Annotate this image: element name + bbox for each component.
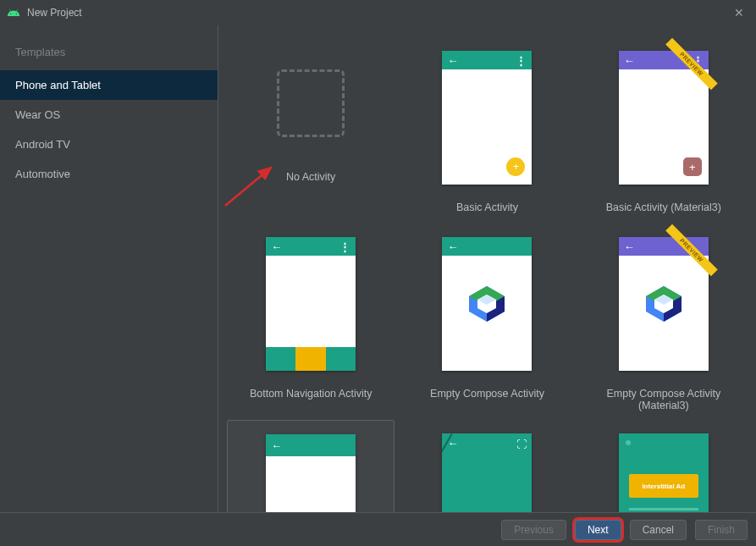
window-title: New Project xyxy=(27,7,82,19)
ad-text: Interstitial Ad xyxy=(642,483,685,490)
overflow-menu-icon: ⋮ xyxy=(516,54,527,67)
template-card-no-activity[interactable]: No Activity xyxy=(227,37,395,223)
template-thumb: Interstitial Ad xyxy=(619,433,709,512)
compose-logo-icon xyxy=(466,283,508,325)
bottom-nav-preview xyxy=(266,347,356,371)
sidebar-item-label: Automotive xyxy=(15,168,70,180)
back-arrow-icon: ← xyxy=(447,240,458,253)
sidebar-item-android-tv[interactable]: Android TV xyxy=(0,130,218,159)
thumb-appbar: ← xyxy=(266,434,356,456)
template-thumb: ← PREVIEW xyxy=(619,237,709,371)
template-label: Bottom Navigation Activity xyxy=(250,388,372,401)
back-arrow-icon: ← xyxy=(271,439,282,452)
fab-icon: + xyxy=(506,157,525,176)
next-button[interactable]: Next xyxy=(575,520,621,540)
sidebar-item-phone-tablet[interactable]: Phone and Tablet xyxy=(0,70,218,100)
template-thumb: ← ⛶ xyxy=(442,433,532,512)
status-dot-icon xyxy=(626,440,631,445)
sidebar-heading: Templates xyxy=(0,41,218,70)
template-thumb: ← ⋮ + xyxy=(442,51,532,185)
template-card-fullscreen[interactable]: ← ⛶ xyxy=(403,420,571,512)
template-grid-container: No Activity ← ⋮ + Basic Activity ← ⋮ xyxy=(218,25,756,512)
template-label: Basic Activity xyxy=(456,201,518,215)
titlebar: New Project ✕ xyxy=(0,0,756,25)
thumb-appbar: ← ⋮ xyxy=(266,237,356,256)
template-label: No Activity xyxy=(286,171,335,185)
template-thumb: ← xyxy=(442,237,532,371)
sidebar-item-label: Wear OS xyxy=(15,108,60,121)
sidebar-item-wear-os[interactable]: Wear OS xyxy=(0,100,218,130)
template-grid: No Activity ← ⋮ + Basic Activity ← ⋮ xyxy=(218,37,756,512)
thumb-appbar: ← ⋮ xyxy=(442,51,532,69)
template-thumb: ← xyxy=(266,434,356,512)
template-card-empty-compose-m3[interactable]: ← PREVIEW Empty Compose Activity (Materi… xyxy=(580,223,748,420)
fab-icon: + xyxy=(683,157,702,176)
close-icon[interactable]: ✕ xyxy=(729,3,749,23)
sidebar-item-automotive[interactable]: Automotive xyxy=(0,159,218,189)
back-arrow-icon: ← xyxy=(271,240,282,253)
cancel-button[interactable]: Cancel xyxy=(630,520,687,540)
thumb-appbar: ← xyxy=(442,237,532,256)
footer: Previous Next Cancel Finish xyxy=(0,512,756,546)
ad-bg xyxy=(619,433,709,512)
sidebar: Templates Phone and Tablet Wear OS Andro… xyxy=(0,25,218,512)
template-card-bottom-nav[interactable]: ← ⋮ Bottom Navigation Activity xyxy=(227,223,395,420)
template-thumb: ← ⋮ xyxy=(266,237,356,371)
template-card-basic-activity[interactable]: ← ⋮ + Basic Activity xyxy=(403,37,571,223)
template-label: Empty Compose Activity (Material3) xyxy=(583,388,744,411)
previous-button[interactable]: Previous xyxy=(501,520,566,540)
back-arrow-icon: ← xyxy=(624,240,635,253)
template-label: Basic Activity (Material3) xyxy=(606,201,721,215)
compose-logo-icon xyxy=(643,283,685,325)
template-card-basic-activity-m3[interactable]: ← ⋮ PREVIEW + Basic Activity (Material3) xyxy=(580,37,748,223)
back-arrow-icon: ← xyxy=(447,54,458,67)
template-thumb xyxy=(266,37,356,171)
back-arrow-icon: ← xyxy=(624,54,635,67)
template-card-empty-compose[interactable]: ← Empty Compose Activity xyxy=(403,223,571,420)
sidebar-item-label: Phone and Tablet xyxy=(15,79,101,91)
template-card-empty-activity[interactable]: ← xyxy=(227,420,395,512)
main-area: Templates Phone and Tablet Wear OS Andro… xyxy=(0,25,756,512)
dashed-placeholder-icon xyxy=(277,69,345,137)
template-thumb: ← ⋮ PREVIEW + xyxy=(619,51,709,185)
android-logo-icon xyxy=(7,6,20,19)
template-card-ads[interactable]: Interstitial Ad xyxy=(580,420,748,512)
sidebar-item-label: Android TV xyxy=(15,138,70,151)
ad-banner: Interstitial Ad xyxy=(629,474,698,498)
fullscreen-icon: ⛶ xyxy=(516,438,527,450)
overflow-menu-icon: ⋮ xyxy=(339,240,350,253)
finish-button[interactable]: Finish xyxy=(695,520,748,540)
template-label: Empty Compose Activity xyxy=(430,388,544,401)
